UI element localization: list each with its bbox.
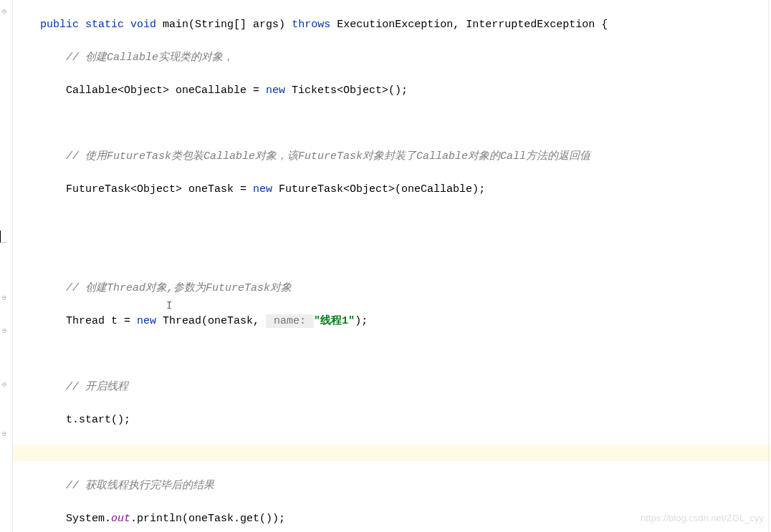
code-editor[interactable]: ⊖ — ⊖ ⊖ ⊖ ⊖ public static void main(Stri…: [0, 0, 771, 532]
code-line[interactable]: [13, 247, 771, 263]
code-line[interactable]: // 开启线程: [13, 379, 771, 395]
code-line[interactable]: [13, 346, 771, 362]
gutter-fold-icon[interactable]: ⊖: [2, 290, 9, 297]
code-line-current[interactable]: [13, 445, 771, 461]
code-line[interactable]: // 获取线程执行完毕后的结果: [13, 478, 771, 494]
watermark-text: https://blog.csdn.net/ZGL_cyy: [641, 510, 764, 526]
code-content[interactable]: public static void main(String[] args) t…: [13, 0, 771, 532]
parameter-hint: name:: [266, 314, 314, 328]
caret-icon: [0, 231, 1, 243]
code-line[interactable]: [13, 115, 771, 132]
text-cursor-icon: I: [166, 298, 172, 314]
code-line[interactable]: // 创建Callable实现类的对象，: [13, 49, 771, 66]
code-line[interactable]: public static void main(String[] args) t…: [13, 16, 771, 33]
code-line[interactable]: Thread t = new Thread(oneTask, name: "线程…: [13, 313, 771, 329]
gutter-fold-icon[interactable]: ⊖: [2, 4, 9, 11]
gutter: ⊖ — ⊖ ⊖ ⊖ ⊖: [0, 0, 13, 532]
right-edge: [768, 0, 769, 532]
gutter-fold-icon[interactable]: ⊖: [2, 323, 9, 330]
code-line[interactable]: FutureTask<Object> oneTask = new FutureT…: [13, 181, 771, 198]
gutter-fold-icon[interactable]: ⊖: [2, 377, 9, 384]
code-line[interactable]: // 创建Thread对象,参数为FutureTask对象: [13, 280, 771, 296]
gutter-mark-icon: —: [2, 234, 9, 241]
code-line[interactable]: // 使用FutureTask类包装Callable对象，该FutureTask…: [13, 148, 771, 165]
gutter-fold-icon[interactable]: ⊖: [2, 426, 9, 433]
code-line[interactable]: t.start();: [13, 412, 771, 428]
code-line[interactable]: Callable<Object> oneCallable = new Ticke…: [13, 82, 771, 99]
code-line[interactable]: [13, 214, 771, 231]
